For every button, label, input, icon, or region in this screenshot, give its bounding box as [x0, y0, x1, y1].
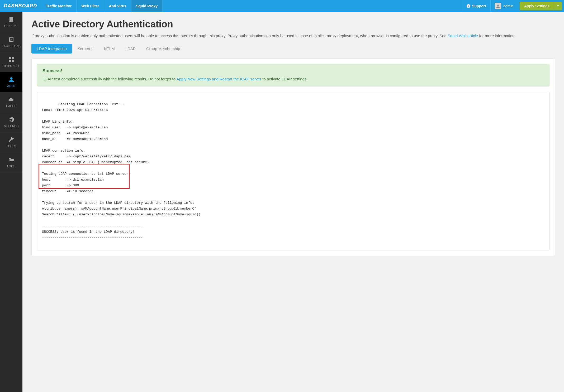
top-tab-anti-virus[interactable]: Anti Virus [104, 0, 131, 12]
user-icon [8, 76, 15, 83]
sidebar-label: SETTINGS [4, 124, 18, 128]
apply-restart-link[interactable]: Apply New Settings and Restart the ICAP … [176, 77, 261, 81]
sidebar-item-https-ssl[interactable]: HTTPS / SSL [0, 52, 22, 72]
sidebar-label: HTTPS / SSL [2, 64, 20, 67]
sidebar-item-general[interactable]: GENERAL [0, 12, 22, 32]
topbar: DASHBOARD Traffic MonitorWeb FilterAnti … [0, 0, 564, 12]
sidebar-label: CACHE [6, 104, 16, 108]
log-text: Starting LDAP Connection Test... Local t… [42, 102, 201, 240]
sidebar-item-cache[interactable]: CACHE [0, 92, 22, 112]
sub-tab-ldap[interactable]: LDAP [120, 44, 141, 54]
top-tab-traffic-monitor[interactable]: Traffic Monitor [41, 0, 77, 12]
sidebar-label: GENERAL [4, 24, 18, 27]
top-tabs: Traffic MonitorWeb FilterAnti VirusSquid… [41, 0, 163, 12]
user-menu[interactable]: admin [490, 0, 518, 12]
svg-rect-3 [12, 60, 14, 62]
cloud-download-icon [8, 96, 15, 103]
sidebar-item-auth[interactable]: AUTH [0, 72, 22, 92]
apply-settings-button[interactable]: Apply Settings [520, 2, 554, 10]
sub-tabs: LDAP IntegrationKerberosNTLMLDAPGroup Me… [31, 44, 555, 54]
alert-body: LDAP test completed successfully with th… [42, 76, 544, 82]
support-label: Support [472, 4, 486, 8]
top-right: i Support admin Apply Settings [462, 0, 564, 12]
sidebar-label: LOGS [7, 164, 15, 168]
sidebar-item-settings[interactable]: SETTINGS [0, 112, 22, 132]
support-link[interactable]: i Support [462, 0, 490, 12]
sidebar-label: AUTH [7, 84, 15, 88]
success-alert: Success! LDAP test completed successfull… [37, 64, 549, 87]
chevron-down-icon [557, 5, 559, 7]
svg-rect-1 [12, 57, 14, 59]
sidebar-item-logs[interactable]: LOGS [0, 152, 22, 172]
avatar-icon [495, 3, 501, 9]
alert-title: Success! [42, 68, 544, 74]
wrench-icon [8, 137, 15, 143]
sub-tab-kerberos[interactable]: Kerberos [72, 44, 99, 54]
gear-icon [8, 117, 15, 123]
info-icon: i [467, 4, 470, 8]
page-description: If proxy authentication is enabled only … [31, 33, 555, 39]
sidebar-item-exclusions[interactable]: EXCLUSIONS [0, 32, 22, 52]
main-panel: Success! LDAP test completed successfull… [31, 58, 555, 256]
logo[interactable]: DASHBOARD [0, 0, 41, 12]
apply-settings-caret[interactable] [554, 2, 562, 10]
top-tab-web-filter[interactable]: Web Filter [77, 0, 104, 12]
sidebar: GENERALEXCLUSIONSHTTPS / SSLAUTHCACHESET… [0, 12, 22, 392]
apply-settings-group: Apply Settings [518, 2, 564, 10]
sidebar-label: EXCLUSIONS [2, 44, 21, 47]
sub-tab-ldap-integration[interactable]: LDAP Integration [31, 44, 72, 54]
page-title: Active Directory Authentication [31, 19, 555, 30]
log-output: Starting LDAP Connection Test... Local t… [37, 92, 549, 250]
sub-tab-group-membership[interactable]: Group Membership [141, 44, 185, 54]
username-label: admin [503, 4, 513, 8]
grid-icon [8, 56, 15, 63]
sidebar-label: TOOLS [6, 144, 16, 148]
folder-open-icon [8, 157, 15, 163]
book-icon [8, 16, 15, 23]
svg-rect-0 [9, 57, 11, 59]
wiki-link[interactable]: Squid Wiki article [448, 33, 478, 38]
sub-tab-ntlm[interactable]: NTLM [99, 44, 120, 54]
svg-rect-2 [9, 60, 11, 62]
content-area: Active Directory Authentication If proxy… [22, 12, 564, 392]
sidebar-item-tools[interactable]: TOOLS [0, 132, 22, 152]
check-square-icon [8, 36, 15, 43]
top-tab-squid-proxy[interactable]: Squid Proxy [131, 0, 163, 12]
